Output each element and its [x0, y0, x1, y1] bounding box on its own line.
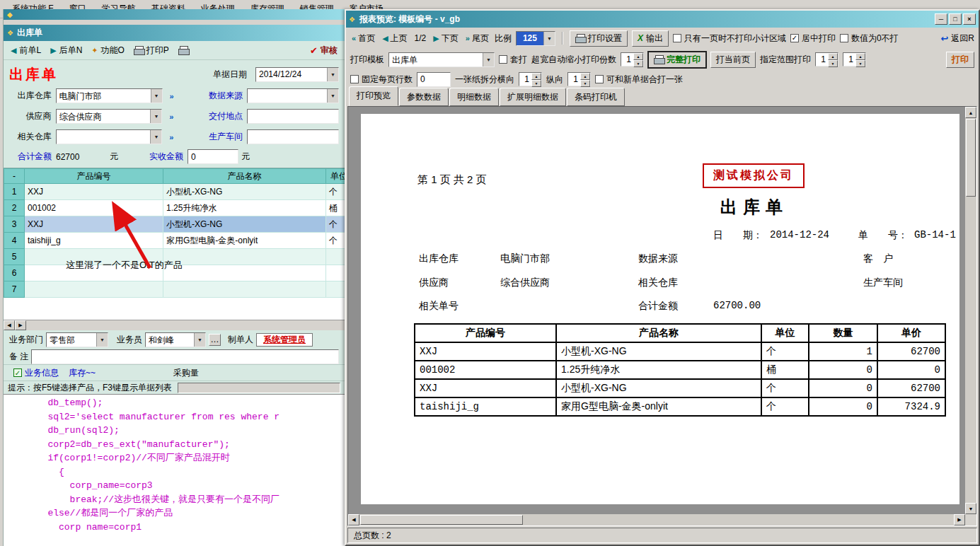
dept-combo[interactable]: 零售部 ▼	[46, 332, 108, 347]
prev-page-button[interactable]: ◀ 上页	[381, 31, 408, 46]
spinner-down-icon[interactable]: ▼	[633, 60, 643, 67]
minimize-button[interactable]: ─	[935, 13, 947, 25]
related-warehouse-combo[interactable]: ▼	[56, 129, 163, 144]
fixed-rows-input[interactable]: 0	[417, 72, 451, 87]
report-window-titlebar[interactable]: ❖ 报表预览: 模板编号 - v_gb ─ □ ×	[346, 11, 979, 28]
lookup-icon[interactable]: »	[165, 110, 178, 122]
merge-print-checkbox[interactable]: 可和新单据合打一张	[595, 74, 683, 86]
order-window-titlebar[interactable]: ❖ 出库单	[4, 25, 345, 41]
table-row[interactable]: 4taishiji_g 家用G型电脑-金奥-onlyit个	[4, 233, 345, 249]
export-button[interactable]: X 输出	[632, 30, 669, 47]
col-header-product-code[interactable]: 产品编号	[25, 169, 163, 184]
scrollbar-thumb[interactable]	[966, 119, 976, 197]
tab-extended-detail-data[interactable]: 扩展明细数据	[500, 88, 566, 106]
tab-print-preview[interactable]: 打印预览	[349, 86, 398, 106]
paid-amount-input[interactable]: 0	[188, 149, 238, 164]
range-from-stepper[interactable]: 1 ▲▼	[815, 52, 838, 66]
no-subtotal-checkbox[interactable]: 只有一页时不打印小计区域	[673, 33, 786, 45]
spinner-down-icon[interactable]: ▼	[531, 80, 541, 87]
fixed-rows-checkbox[interactable]: 固定每页行数	[350, 74, 413, 86]
next-record-button[interactable]: ▶ 后单N	[48, 43, 84, 58]
col-header-index[interactable]: -	[4, 169, 25, 184]
clerk-combo[interactable]: 和剑峰 ▼	[145, 332, 206, 347]
prev-record-button[interactable]: ◀ 前单L	[8, 43, 43, 58]
audit-label: 审核	[321, 45, 338, 57]
split-vertical-stepper[interactable]: 1 ▲▼	[567, 72, 591, 86]
parent-window-titlebar[interactable]: ◆	[4, 9, 345, 20]
supplier-value: 综合供应商	[57, 110, 151, 123]
range-from-value: 1	[816, 53, 828, 66]
tab-barcode-printer[interactable]: 条码打印机	[567, 88, 625, 106]
scroll-right-icon[interactable]: ▶	[15, 320, 26, 330]
full-print-button[interactable]: 完整打印	[648, 52, 706, 68]
tab-business-info[interactable]: ✓ 业务信息	[13, 367, 59, 379]
spinner-up-icon[interactable]: ▲	[855, 53, 865, 60]
last-page-button[interactable]: » 尾页	[464, 31, 490, 46]
scroll-right-icon[interactable]: ▶	[954, 514, 965, 525]
warehouse-combo[interactable]: 电脑门市部 ▼	[56, 88, 163, 103]
preview-horizontal-scrollbar[interactable]: ◀ ▶	[348, 514, 965, 525]
scrollbar-track[interactable]	[26, 320, 345, 330]
zoom-combo[interactable]: 125 ▼	[516, 31, 555, 46]
audit-button[interactable]: ✔ 审核	[308, 43, 340, 58]
center-print-checkbox[interactable]: ✓ 居中打印	[790, 33, 836, 45]
overlay-print-checkbox[interactable]: 套打	[499, 54, 527, 66]
more-button[interactable]: …	[209, 334, 221, 346]
scroll-left-icon[interactable]: ◀	[348, 514, 359, 525]
maximize-button[interactable]: □	[949, 13, 962, 25]
delivery-place-input[interactable]	[247, 109, 339, 124]
scroll-down-icon[interactable]: ▼	[965, 503, 976, 514]
checkbox-icon	[595, 75, 604, 83]
copies-stepper[interactable]: 1 ▲▼	[621, 52, 644, 66]
lookup-icon[interactable]: »	[165, 131, 178, 143]
annotation-text: 这里混了一个不是OIT的产品	[66, 259, 183, 272]
col-header-unit[interactable]: 单位	[326, 169, 345, 184]
memo-input[interactable]	[31, 349, 339, 364]
template-combo[interactable]: 出库单 ▼	[388, 52, 495, 67]
col-header-product-name[interactable]: 产品名称	[163, 169, 326, 184]
spinner-down-icon[interactable]: ▼	[855, 60, 865, 67]
spinner-up-icon[interactable]: ▲	[633, 53, 643, 60]
grid-horizontal-scrollbar[interactable]: ◀ ▶	[4, 320, 345, 330]
print-setup-button[interactable]: 打印设置	[570, 30, 628, 47]
tab-parameter-data[interactable]: 参数数据	[399, 88, 449, 106]
scrollbar-thumb[interactable]	[360, 515, 523, 525]
order-date-value: 2014/12/24	[256, 68, 327, 81]
close-button[interactable]: ×	[963, 13, 976, 25]
table-row[interactable]: 2001002 1.25升纯净水桶	[4, 200, 345, 216]
preview-vertical-scrollbar[interactable]: ▲ ▼	[965, 107, 976, 514]
tab-purchase-qty[interactable]: 采购量	[173, 367, 199, 379]
tab-detail-data[interactable]: 明细数据	[449, 88, 499, 106]
function-button[interactable]: ✦ 功能O	[89, 43, 127, 58]
split-horizontal-stepper[interactable]: 1 ▲▼	[519, 72, 542, 86]
back-button[interactable]: ↩ 返回R	[940, 33, 974, 45]
table-row[interactable]: 7	[4, 281, 345, 298]
page-layout-toolbar: 固定每页行数 0 一张纸拆分横向 1 ▲▼ 纵向 1 ▲▼ 可和新单据合打一张	[346, 70, 979, 88]
next-page-button[interactable]: ▶ 下页	[432, 31, 459, 46]
spinner-down-icon[interactable]: ▼	[580, 80, 590, 87]
split-vertical-value: 1	[568, 73, 580, 86]
table-row[interactable]: 1XXJ 小型机-XG-NG个	[4, 184, 345, 200]
first-page-button[interactable]: « 首页	[350, 31, 376, 46]
data-source-combo[interactable]: ▼	[247, 88, 339, 103]
spinner-down-icon[interactable]: ▼	[828, 60, 838, 67]
table-row-selected[interactable]: 3XXJ 小型机-XG-NG个	[4, 216, 345, 233]
code-editor[interactable]: db_temp(); sql2='select manufacturer fro…	[4, 394, 345, 546]
spinner-up-icon[interactable]: ▲	[828, 53, 838, 60]
spinner-up-icon[interactable]: ▲	[580, 73, 590, 80]
quick-print-button[interactable]	[176, 45, 190, 56]
tab-inventory[interactable]: 库存~~	[69, 367, 96, 379]
print-button[interactable]: 打印	[946, 52, 974, 68]
lookup-icon[interactable]: »	[166, 90, 178, 102]
workshop-input[interactable]	[247, 129, 339, 144]
order-date-combo[interactable]: 2014/12/24 ▼	[255, 67, 339, 82]
range-to-stepper[interactable]: 1 ▲▼	[843, 52, 866, 66]
print-current-page-button[interactable]: 打当前页	[710, 52, 756, 68]
report-row: taishiji_g家用G型电脑-金奥-onlyit 个0 7324.9	[415, 397, 945, 416]
supplier-combo[interactable]: 综合供应商 ▼	[56, 109, 163, 124]
zero-no-print-checkbox[interactable]: 数值为0不打	[840, 33, 899, 45]
scroll-up-icon[interactable]: ▲	[965, 107, 976, 118]
print-button[interactable]: 打印P	[132, 43, 171, 58]
scroll-left-icon[interactable]: ◀	[4, 320, 15, 330]
spinner-up-icon[interactable]: ▲	[531, 73, 541, 80]
